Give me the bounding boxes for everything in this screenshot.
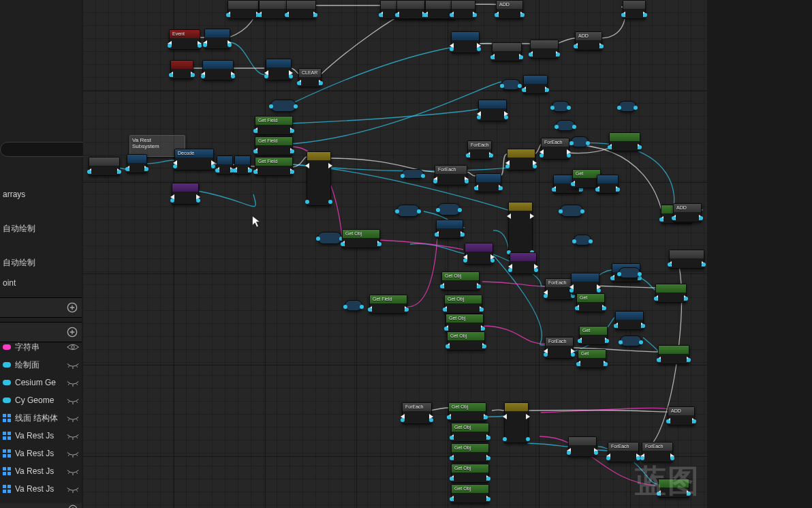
bp-node[interactable] — [465, 243, 493, 265]
bp-node[interactable] — [127, 154, 147, 173]
bp-node[interactable] — [655, 284, 687, 303]
bp-node[interactable] — [597, 175, 619, 194]
variable-item[interactable]: 线面 结构体 — [0, 409, 82, 427]
bp-node[interactable]: Get Obj — [451, 423, 489, 442]
eye-open-icon[interactable] — [67, 343, 79, 351]
bp-node[interactable] — [619, 267, 640, 278]
bp-node[interactable]: ADD — [673, 203, 702, 222]
bp-node[interactable]: ForEach — [545, 337, 574, 359]
bp-node[interactable]: Get Obj — [447, 331, 485, 350]
bp-node[interactable] — [204, 29, 230, 49]
eye-closed-icon[interactable] — [67, 414, 79, 422]
bp-node[interactable] — [202, 60, 234, 80]
variable-item[interactable]: 绘制面 — [0, 356, 82, 374]
bp-node[interactable] — [508, 202, 533, 256]
bp-node[interactable] — [228, 0, 259, 19]
bp-node[interactable] — [396, 0, 425, 19]
bp-node[interactable]: ADD — [496, 0, 523, 19]
bp-node[interactable] — [574, 235, 591, 245]
bp-node[interactable] — [620, 335, 642, 346]
bp-node[interactable] — [172, 183, 199, 205]
bp-node[interactable] — [501, 79, 520, 90]
variable-item[interactable]: Va Rest Js — [0, 427, 82, 445]
variable-item[interactable]: Va Rest Js — [0, 462, 82, 480]
bp-node[interactable]: Get Obj — [441, 271, 480, 290]
bp-node[interactable] — [615, 311, 644, 330]
bp-node[interactable]: Get Obj — [342, 229, 380, 248]
bp-node[interactable] — [530, 40, 559, 59]
eye-closed-icon[interactable] — [67, 396, 79, 404]
bp-node[interactable] — [396, 205, 420, 217]
bp-node[interactable]: ForEach — [642, 442, 673, 462]
bp-node[interactable]: ForEach — [402, 402, 432, 424]
eye-closed-icon[interactable] — [67, 361, 79, 369]
bp-node[interactable] — [266, 59, 292, 80]
bp-node[interactable]: Get Obj — [446, 314, 484, 333]
bp-node[interactable] — [270, 100, 296, 112]
bp-node[interactable] — [504, 402, 529, 443]
bp-node[interactable]: Get — [579, 326, 608, 345]
variable-item[interactable]: Va Rest Js — [0, 445, 82, 462]
bp-node[interactable] — [669, 250, 704, 269]
add-category-row[interactable] — [0, 297, 82, 318]
bp-node[interactable] — [560, 205, 583, 217]
bp-node[interactable]: CLEAR — [298, 68, 322, 87]
sidebar-item[interactable]: 自动绘制 — [0, 252, 82, 273]
bp-node[interactable] — [571, 273, 599, 295]
sidebar-item[interactable]: 自动绘制 — [0, 218, 82, 239]
bp-node[interactable]: Get Field — [255, 116, 293, 135]
bp-node[interactable] — [436, 220, 463, 239]
bp-node[interactable]: Get Obj — [448, 402, 486, 421]
bp-node[interactable] — [317, 232, 342, 244]
bp-node[interactable] — [475, 173, 501, 192]
bp-node[interactable]: Get Field — [255, 136, 293, 155]
bp-node[interactable] — [510, 252, 537, 274]
bp-node[interactable] — [609, 132, 640, 151]
bp-node[interactable]: Decode — [174, 149, 214, 170]
variable-item[interactable]: Cy Geome — [0, 391, 82, 409]
bp-node[interactable] — [307, 151, 331, 206]
bp-node[interactable]: ADD — [575, 31, 602, 50]
bp-node[interactable]: Get Obj — [444, 295, 482, 314]
variable-item[interactable]: Va Rest Js — [0, 480, 82, 498]
sidebar-item[interactable]: oint — [0, 273, 82, 293]
graph-viewport[interactable]: EventCLEARVa RestSubsystemGet FieldGet F… — [83, 0, 707, 508]
bp-node[interactable] — [623, 0, 646, 19]
bp-node[interactable] — [658, 345, 689, 364]
add-variable-row[interactable] — [0, 503, 82, 508]
bp-node[interactable]: Event — [169, 29, 200, 50]
bp-node[interactable]: Get Obj — [451, 464, 489, 483]
eye-closed-icon[interactable] — [67, 449, 79, 458]
bp-node[interactable] — [568, 436, 597, 457]
bp-node[interactable]: Get Field — [255, 157, 293, 176]
bp-node[interactable] — [492, 42, 522, 61]
bp-node[interactable]: Get Obj — [451, 443, 489, 462]
bp-node[interactable] — [170, 60, 193, 79]
bp-node[interactable]: Get — [578, 349, 606, 368]
eye-closed-icon[interactable] — [67, 432, 79, 440]
eye-closed-icon[interactable] — [67, 485, 79, 493]
bp-node[interactable] — [556, 120, 575, 131]
bp-node[interactable]: ADD — [668, 406, 695, 425]
bp-node[interactable] — [217, 155, 233, 175]
bp-node[interactable] — [478, 100, 507, 121]
bp-node[interactable]: Get — [576, 293, 605, 312]
bp-node[interactable]: ForEach — [467, 140, 492, 160]
bp-node[interactable] — [437, 203, 460, 215]
bp-node[interactable] — [451, 0, 475, 19]
bp-node[interactable]: ForEach — [435, 165, 467, 185]
bp-node[interactable] — [571, 136, 589, 147]
bp-node[interactable] — [286, 0, 316, 19]
bp-node[interactable] — [451, 31, 480, 53]
bp-node[interactable]: ForEach — [541, 138, 569, 160]
variable-item[interactable]: Cesium Ge — [0, 374, 82, 391]
bp-node[interactable] — [345, 300, 362, 311]
bp-node[interactable] — [507, 149, 535, 170]
eye-closed-icon[interactable] — [67, 467, 79, 475]
bp-node[interactable]: Get Obj — [451, 484, 489, 503]
bp-node[interactable]: Get Field — [369, 295, 407, 314]
bp-node[interactable] — [89, 157, 120, 176]
bp-node[interactable] — [619, 101, 636, 112]
bp-node[interactable]: ForEach — [608, 442, 639, 462]
bp-node[interactable] — [234, 155, 251, 175]
